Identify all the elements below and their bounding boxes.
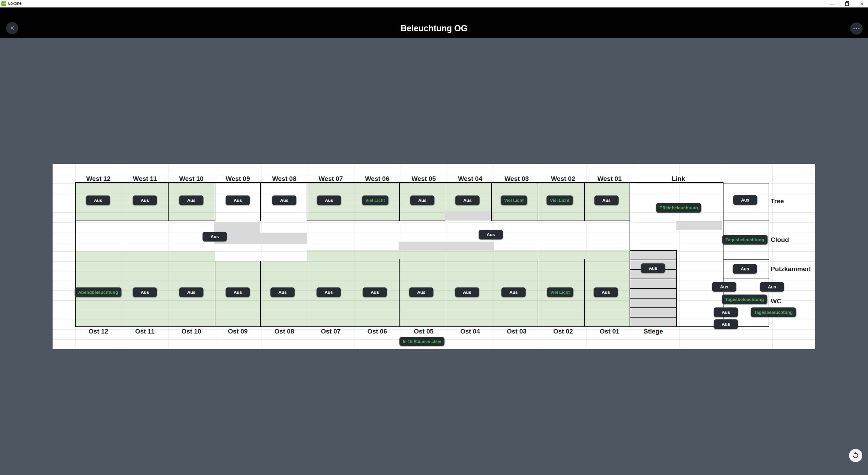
room-label-ost-07: Ost 07 [321,328,341,335]
room-label-ost-10: Ost 10 [181,328,201,335]
wall-border [307,182,307,221]
room-label-west-03: West 03 [504,175,528,183]
light-button-link[interactable]: Effektbeleuchtung [656,203,701,213]
status-badge-active-rooms[interactable]: In 15 Räumen aktiv [399,337,444,346]
wall-border [723,182,724,327]
room-label-ost-11: Ost 11 [135,328,154,335]
room-label-ost-03: Ost 03 [507,328,526,335]
wall-border [260,182,261,221]
light-button-ost-05[interactable]: Aus [409,287,433,297]
room-label-west-06: West 06 [365,175,389,183]
corridor-strip [214,233,307,244]
wall-border [723,259,769,260]
room-label-tree: Tree [771,197,784,205]
room-label-ost-05: Ost 05 [414,328,433,335]
room-label-wc: WC [771,298,782,305]
stair-step-line [630,250,677,251]
room-label-west-10: West 10 [179,175,203,183]
light-button-ost-12[interactable]: Abendbeleuchtung [75,287,121,297]
room-label-ost-08: Ost 08 [274,328,294,335]
light-button-west-11[interactable]: Aus [133,195,157,205]
wall-border [723,279,769,279]
window-app-name: Loxone [8,1,21,6]
refresh-icon [852,452,860,459]
light-button-putzkammerl[interactable]: Aus [733,264,757,274]
light-button-ost-09[interactable]: Aus [226,287,250,297]
light-button-tree[interactable]: Aus [733,195,757,205]
wall-border [215,182,215,221]
stair-step-line [630,260,676,260]
room-label-west-08: West 08 [272,175,296,183]
light-button-ost-07[interactable]: Aus [316,287,341,297]
light-button-west-01[interactable]: Aus [594,195,619,205]
light-button-ost-01[interactable]: Aus [594,287,618,297]
minimize-icon[interactable]: — [829,0,835,7]
light-button-west-03[interactable]: Viel Licht [501,195,527,205]
light-button-ost-02[interactable]: Viel Licht [547,287,573,297]
light-button-west-06[interactable]: Viel Licht [362,195,388,205]
wall-border [723,221,769,221]
light-button-west-05[interactable]: Aus [410,195,435,205]
light-button-corridor-east[interactable]: Aus [479,230,503,240]
wall-border [75,326,769,327]
light-button-west-08[interactable]: Aus [272,195,296,205]
room-label-west-05: West 05 [411,175,436,183]
more-options-button[interactable]: ••• [850,22,863,35]
light-button-wc-4[interactable]: Aus [714,307,738,317]
wall-border [75,221,215,221]
stair-step-line [630,307,676,308]
wall-border [584,259,585,327]
light-button-west-07[interactable]: Aus [317,195,341,205]
room-label-ost-09: Ost 09 [228,328,248,335]
wall-border [399,182,400,221]
light-button-ost-06[interactable]: Aus [363,287,387,297]
room-label-ost-06: Ost 06 [367,328,387,335]
stair-step-line [630,288,676,289]
floorplan-canvas: West 12 West 11 West 10 West 09 West 08 … [53,164,815,349]
stair-step-line [630,279,676,279]
light-button-wc-2[interactable]: Aus [760,282,784,292]
wall-border [399,259,400,327]
light-button-west-04[interactable]: Aus [455,195,480,205]
wall-border [584,182,585,221]
light-button-wc-1[interactable]: Aus [712,282,736,292]
light-button-cloud[interactable]: Tagesbeleuchtung [722,235,768,245]
light-button-west-02[interactable]: Viel Licht [546,195,573,205]
light-button-ost-08[interactable]: Aus [270,287,295,297]
light-button-west-09[interactable]: Aus [226,195,250,205]
light-button-ost-10[interactable]: Aus [179,287,204,297]
window-close-icon[interactable]: × [859,0,865,7]
restore-icon[interactable] [844,0,850,7]
room-label-ost-04: Ost 04 [460,328,480,335]
loxone-logo-icon: LOXONE [1,1,6,6]
wall-border [769,184,769,327]
light-button-ost-11[interactable]: Aus [133,287,157,297]
corridor-strip [399,242,494,250]
light-button-wc-6[interactable]: Aus [714,319,738,329]
light-button-ost-03[interactable]: Aus [501,287,526,297]
room-label-west-07: West 07 [319,175,343,183]
corridor-strip [445,211,494,221]
wall-border [168,182,169,221]
room-label-link: Link [672,175,685,183]
wall-border [538,182,538,221]
light-button-wc-3[interactable]: Tagesbeleuchtung [722,294,767,304]
light-button-west-10[interactable]: Aus [179,195,204,205]
page-title: Beleuchtung OG [0,23,868,33]
wall-border [676,250,677,327]
light-button-corridor-west[interactable]: Aus [202,232,227,242]
wall-border [260,261,261,327]
wall-border [75,182,76,327]
room-label-west-11: West 11 [133,175,157,183]
light-button-ost-04[interactable]: Aus [455,287,479,297]
light-button-stiege[interactable]: Aus [641,263,665,273]
room-label-west-01: West 01 [597,175,621,183]
refresh-button[interactable] [849,449,862,462]
light-button-wc-5[interactable]: Tagesbeleuchtung [751,307,796,317]
stair-step-line [630,317,676,318]
room-label-ost-12: Ost 12 [89,328,108,335]
room-label-ost-02: Ost 02 [553,328,573,335]
windows-titlebar: LOXONE Loxone — × [0,0,868,7]
light-button-west-12[interactable]: Aus [86,195,110,205]
room-label-west-12: West 12 [86,175,110,183]
